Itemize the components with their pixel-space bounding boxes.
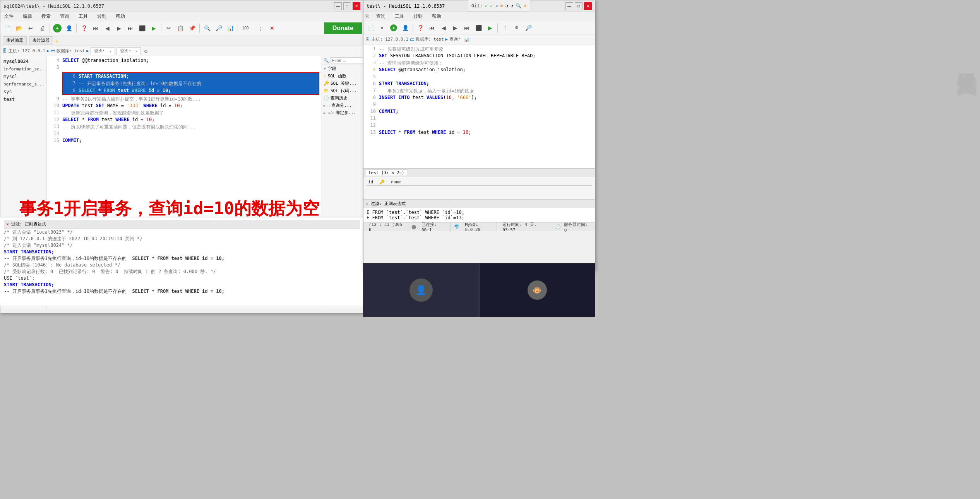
git-add[interactable]: ⊕: [500, 3, 503, 9]
db-mysql8024[interactable]: mysql8024: [0, 58, 46, 65]
toolbar-zoom[interactable]: 🔎: [213, 23, 224, 34]
rw-menu-query[interactable]: 查询: [374, 12, 388, 21]
toolbar-x[interactable]: ✕: [267, 23, 278, 34]
toolbar-print[interactable]: 🖨: [37, 23, 48, 34]
menu-search[interactable]: 搜索: [39, 12, 53, 21]
db-filter-btn[interactable]: 库过滤器: [3, 36, 27, 44]
rw-toolbar-help[interactable]: ❓: [415, 22, 426, 33]
db-test[interactable]: test: [0, 96, 46, 103]
rw-toolbar-zoom[interactable]: 🔎: [523, 22, 534, 33]
tab2-close[interactable]: ✕: [135, 49, 137, 53]
rw-toolbar-prev[interactable]: ◀: [438, 22, 449, 33]
rw-toolbar-btn2[interactable]: ●: [377, 22, 387, 33]
rw-settings-icon[interactable]: 📊: [464, 37, 469, 42]
git-check2[interactable]: ✓: [490, 3, 493, 9]
toolbar-cut[interactable]: ✂: [163, 23, 174, 34]
log-filter-close[interactable]: ×: [6, 222, 9, 227]
db-info-schema[interactable]: information_sc...: [0, 65, 46, 73]
db-perf-schema[interactable]: performance_s...: [0, 80, 46, 88]
log-line-7: /* 受影响记录行数: 0 已找到记录行: 0 警告: 0 持续时间 1 的 2…: [4, 268, 360, 275]
db-mysql[interactable]: mysql: [0, 73, 46, 80]
git-undo2[interactable]: ↺: [511, 3, 513, 9]
video-thumb-2: 🐵: [480, 263, 595, 317]
toolbar-undo[interactable]: ↩: [25, 23, 36, 34]
rw-menu-tools[interactable]: 工具: [392, 12, 406, 21]
rw-toolbar-run[interactable]: ▶: [485, 22, 495, 33]
minimize-button[interactable]: —: [334, 2, 342, 10]
rw-num-13: 13: [365, 130, 376, 135]
rw-toolbar-settings[interactable]: ⚙: [511, 22, 522, 33]
second-min-btn[interactable]: —: [565, 2, 573, 10]
query-tab2[interactable]: 查询* ✕: [117, 47, 141, 55]
toolbar-help[interactable]: ❓: [79, 23, 89, 34]
main-menu-bar: 文件 编辑 搜索 查询 工具 转到 帮助: [0, 12, 363, 21]
video-container: 👤 🐵: [363, 263, 595, 317]
panel-sql-code[interactable]: 📁 SQL 代码...: [321, 87, 363, 94]
favorite-icon[interactable]: ★: [55, 38, 58, 44]
second-filter-close[interactable]: ×: [366, 201, 368, 206]
menu-tools[interactable]: 工具: [76, 12, 90, 21]
rw-toolbar-skip-end[interactable]: ⏭: [461, 22, 472, 33]
panel-fields[interactable]: ⚡ 字段: [321, 65, 363, 72]
toolbar-chart[interactable]: 📊: [225, 23, 236, 34]
toolbar-copy[interactable]: 📋: [175, 23, 186, 34]
rw-toolbar-skip-start[interactable]: ⏮: [427, 22, 437, 33]
toolbar-search[interactable]: 🔍: [202, 23, 212, 34]
menu-file[interactable]: 文件: [2, 12, 16, 21]
rw-toolbar-next[interactable]: ▶: [450, 22, 461, 33]
toolbar-new[interactable]: 📄: [2, 23, 13, 34]
filter-input[interactable]: [331, 57, 363, 63]
log-filter-label: 过滤: 正则表达式: [11, 221, 46, 227]
toolbar-skip-end[interactable]: ⏭: [125, 23, 136, 34]
git-search[interactable]: 🔍: [516, 3, 521, 9]
toolbar-semi[interactable]: ;: [255, 23, 266, 34]
menu-edit[interactable]: 编辑: [21, 12, 34, 21]
menu-query[interactable]: 查询: [58, 12, 72, 21]
toolbar-100[interactable]: 100: [240, 23, 251, 34]
second-sql-editor[interactable]: 1 -- 先将隔离级别改成可重复读 2 SET SESSION TRANSACT…: [363, 44, 595, 168]
toolbar-paste[interactable]: 📌: [187, 23, 197, 34]
git-undo1[interactable]: ↺: [505, 3, 508, 9]
log-line-4: START TRANSACTION;: [4, 249, 360, 255]
db-sys[interactable]: sys: [0, 88, 46, 96]
close-button[interactable]: ✕: [353, 2, 360, 10]
query-tab1[interactable]: 查询* ✕: [91, 47, 115, 55]
panel-bind-params[interactable]: ▶ </> 绑定参...: [321, 109, 363, 116]
menu-goto[interactable]: 转到: [95, 12, 109, 21]
toolbar-run-all[interactable]: ▶: [148, 23, 159, 34]
toolbar-prev[interactable]: ◀: [102, 23, 113, 34]
toolbar-stop[interactable]: ⬛: [137, 23, 147, 34]
rw-toolbar-more[interactable]: ⋮: [500, 22, 511, 33]
rw-menu-help[interactable]: 帮助: [430, 12, 444, 21]
rw-toolbar-btn3[interactable]: ●: [388, 22, 399, 33]
toolbar-connect[interactable]: ●: [52, 23, 63, 34]
git-check1[interactable]: ✓: [485, 3, 488, 9]
second-max-btn[interactable]: □: [575, 2, 583, 10]
toolbar-user[interactable]: 👤: [63, 23, 74, 34]
panel-sql-functions[interactable]: ⚡ SQL 函数: [321, 72, 363, 80]
table-filter-btn[interactable]: 表过滤器: [29, 36, 53, 44]
second-close-btn[interactable]: ✕: [584, 2, 592, 10]
second-result-tab[interactable]: test (3r × 2c): [366, 169, 407, 176]
donate-button[interactable]: Donate: [324, 22, 362, 34]
toolbar-open[interactable]: 📂: [14, 23, 24, 34]
toolbar-skip-start[interactable]: ⏮: [90, 23, 101, 34]
rw-line-13: 13 SELECT * FROM test WHERE id = 10;: [365, 130, 593, 137]
status-connected: 已连接: 00:1: [419, 222, 451, 232]
git-push[interactable]: ↗: [495, 3, 498, 9]
rw-toolbar-stop[interactable]: ⬛: [473, 22, 484, 33]
rw-toolbar-btn1[interactable]: 📄: [365, 22, 376, 33]
toolbar-next[interactable]: ▶: [113, 23, 124, 34]
git-circle[interactable]: ⊕: [524, 3, 526, 9]
menu-help[interactable]: 帮助: [113, 12, 127, 21]
rw-toolbar-btn4[interactable]: 👤: [400, 22, 411, 33]
panel-query-history[interactable]: 🕒 查询历史: [321, 94, 363, 102]
panel-sql-keywords[interactable]: 🔑 SQL 关键...: [321, 80, 363, 87]
tab1-close[interactable]: ✕: [109, 49, 111, 53]
panel-query-analysis[interactable]: ▶ □ 查询分...: [321, 102, 363, 109]
maximize-button[interactable]: □: [343, 2, 351, 10]
rw-menu-goto[interactable]: 转到: [411, 12, 425, 21]
settings-icon[interactable]: ⚙: [144, 48, 147, 54]
second-host-bar: 🗄 主机: 127.0.0.1 🗃 数据库: test ▶ 查询* 📊: [363, 34, 595, 44]
sql-code-label: SQL 代码...: [331, 88, 357, 94]
